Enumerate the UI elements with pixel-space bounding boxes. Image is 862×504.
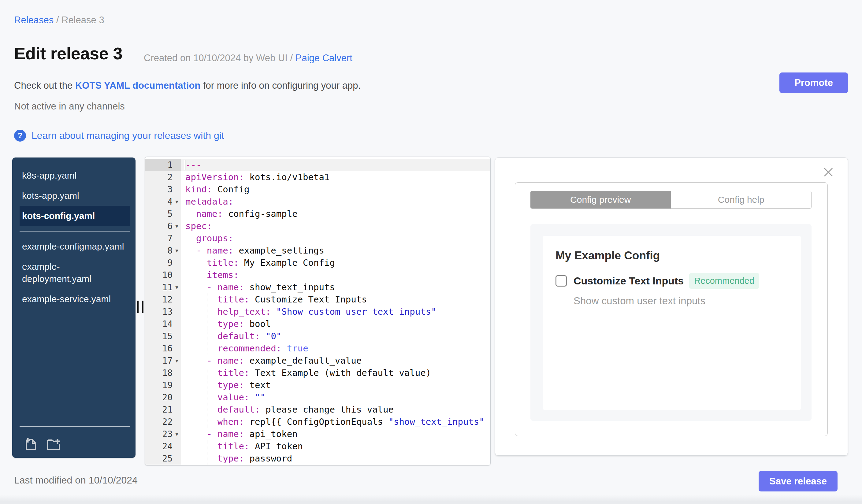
code-text: type: text: [181, 379, 490, 391]
file-group-app: k8s-app.yamlkots-app.yamlkots-config.yam…: [12, 165, 135, 226]
code-line[interactable]: 12▾ title: Customize Text Inputs: [145, 293, 490, 306]
kots-yaml-docs-link[interactable]: KOTS YAML documentation: [75, 80, 200, 91]
code-text: items:: [181, 269, 490, 281]
code-text: - name: api_token: [181, 428, 490, 440]
line-number-gutter: 19▾: [145, 379, 181, 391]
code-line[interactable]: 14▾ type: bool: [145, 318, 490, 330]
customize-text-inputs-checkbox[interactable]: [556, 275, 567, 287]
code-line[interactable]: 16▾ recommended: true: [145, 342, 490, 355]
code-line[interactable]: 20▾ value: "": [145, 391, 490, 403]
code-line[interactable]: 13▾ help_text: "Show custom user text in…: [145, 306, 490, 318]
code-line[interactable]: 24▾ title: API token: [145, 440, 490, 452]
config-group-card: My Example Config Customize Text Inputs …: [543, 236, 801, 410]
file-item[interactable]: kots-config.yaml: [19, 206, 130, 226]
code-text: - name: example_settings: [181, 244, 490, 256]
page-title: Edit release 3: [14, 43, 122, 63]
fold-arrow-icon[interactable]: ▾: [172, 284, 181, 291]
code-line[interactable]: 18▾ title: Text Example (with default va…: [145, 367, 490, 379]
line-number-gutter: 13▾: [145, 306, 181, 318]
config-item-label: Customize Text Inputs: [574, 275, 684, 287]
line-number-gutter: 24▾: [145, 440, 181, 452]
code-text: spec:: [181, 220, 490, 232]
breadcrumb-releases-link[interactable]: Releases: [14, 15, 53, 25]
code-line[interactable]: 6▾spec:: [145, 220, 490, 232]
file-group-examples: example-configmap.yamlexample-deployment…: [12, 236, 135, 309]
code-line[interactable]: 22▾ when: repl{{ ConfigOptionEquals "sho…: [145, 416, 490, 428]
code-line[interactable]: 3▾kind: Config: [145, 183, 490, 196]
save-release-button[interactable]: Save release: [759, 471, 837, 491]
line-number-gutter: 6▾: [145, 220, 181, 232]
line-number-gutter: 22▾: [145, 416, 181, 428]
git-releases-link[interactable]: Learn about managing your releases with …: [31, 130, 224, 141]
line-number-gutter: 15▾: [145, 330, 181, 342]
line-number-gutter: 14▾: [145, 318, 181, 330]
code-text: title: Text Example (with default value): [181, 367, 490, 379]
code-line[interactable]: 9▾ title: My Example Config: [145, 256, 490, 269]
promote-button[interactable]: Promote: [780, 72, 848, 93]
code-text: title: Customize Text Inputs: [181, 293, 490, 306]
code-text: ---: [181, 159, 490, 171]
question-mark-icon: ?: [14, 130, 26, 142]
file-item[interactable]: kots-app.yaml: [19, 186, 130, 206]
code-text: type: bool: [181, 318, 490, 330]
channel-status: Not active in any channels: [14, 101, 125, 112]
add-file-icon[interactable]: [24, 436, 38, 450]
code-text: title: API token: [181, 440, 490, 452]
author-link[interactable]: Paige Calvert: [296, 53, 352, 63]
code-text: title: My Example Config: [181, 256, 490, 269]
sidebar-footer-divider: [19, 426, 130, 427]
tab-config-preview[interactable]: Config preview: [531, 191, 671, 209]
tab-config-help[interactable]: Config help: [671, 191, 812, 209]
code-line[interactable]: 4▾metadata:: [145, 196, 490, 208]
code-text: default: "0": [181, 330, 490, 342]
line-number-gutter: 23▾: [145, 428, 181, 440]
code-text: help_text: "Show custom user text inputs…: [181, 306, 490, 318]
config-item-help-text: Show custom user text inputs: [574, 295, 705, 307]
file-item[interactable]: example-deployment.yaml: [19, 256, 130, 289]
yaml-code-editor[interactable]: 1▾---2▾apiVersion: kots.io/v1beta13▾kind…: [145, 157, 491, 465]
line-number-gutter: 3▾: [145, 183, 181, 196]
code-line[interactable]: 1▾---: [145, 159, 490, 171]
code-line[interactable]: 25▾ type: password: [145, 452, 490, 465]
line-number-gutter: 17▾: [145, 355, 181, 367]
code-line[interactable]: 15▾ default: "0": [145, 330, 490, 342]
add-folder-icon[interactable]: [47, 436, 61, 450]
created-text: Created on 10/10/2024 by Web UI /: [144, 53, 296, 63]
line-number-gutter: 10▾: [145, 269, 181, 281]
code-line[interactable]: 2▾apiVersion: kots.io/v1beta1: [145, 171, 490, 183]
sidebar-divider: [19, 231, 130, 231]
fold-arrow-icon[interactable]: ▾: [172, 357, 181, 364]
line-number-gutter: 16▾: [145, 342, 181, 355]
code-line[interactable]: 7▾ groups:: [145, 232, 490, 244]
code-text: metadata:: [181, 196, 490, 208]
breadcrumb: Releases / Release 3: [14, 15, 104, 26]
last-modified-text: Last modified on 10/10/2024: [14, 475, 138, 486]
code-line[interactable]: 23▾ - name: api_token: [145, 428, 490, 440]
line-number-gutter: 4▾: [145, 196, 181, 208]
file-item[interactable]: example-configmap.yaml: [19, 236, 130, 256]
fold-arrow-icon[interactable]: ▾: [172, 198, 181, 205]
file-item[interactable]: k8s-app.yaml: [19, 165, 130, 186]
created-info: Created on 10/10/2024 by Web UI / Paige …: [144, 53, 352, 64]
config-item-row: Customize Text Inputs Recommended: [556, 273, 759, 289]
line-number-gutter: 12▾: [145, 293, 181, 306]
config-group-title: My Example Config: [556, 249, 660, 262]
code-line[interactable]: 21▾ default: please change this value: [145, 403, 490, 416]
code-line[interactable]: 10▾ items:: [145, 269, 490, 281]
code-line[interactable]: 8▾ - name: example_settings: [145, 244, 490, 256]
line-number-gutter: 25▾: [145, 452, 181, 465]
resize-handle-left[interactable]: [137, 301, 143, 313]
close-icon[interactable]: [823, 167, 834, 178]
code-text: - name: show_text_inputs: [181, 281, 490, 293]
code-line[interactable]: 5▾ name: config-sample: [145, 208, 490, 220]
line-number-gutter: 7▾: [145, 232, 181, 244]
fold-arrow-icon[interactable]: ▾: [172, 247, 181, 254]
code-line[interactable]: 11▾ - name: show_text_inputs: [145, 281, 490, 293]
fold-arrow-icon[interactable]: ▾: [172, 430, 181, 437]
fold-arrow-icon[interactable]: ▾: [172, 223, 181, 229]
code-line[interactable]: 19▾ type: text: [145, 379, 490, 391]
code-text: type: password: [181, 452, 490, 465]
file-item[interactable]: example-service.yaml: [19, 289, 130, 309]
line-number-gutter: 18▾: [145, 367, 181, 379]
code-line[interactable]: 17▾ - name: example_default_value: [145, 355, 490, 367]
